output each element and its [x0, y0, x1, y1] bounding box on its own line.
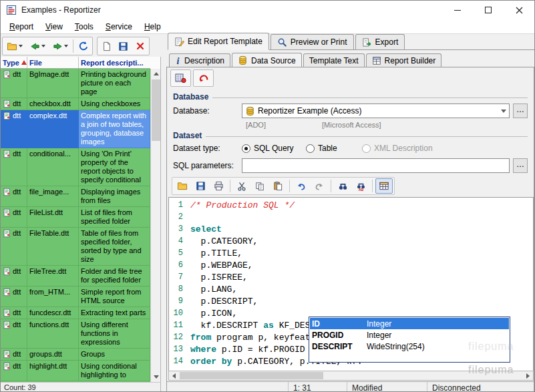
- table-row[interactable]: dttfrom_HTM...Simple report from HTML so…: [1, 286, 151, 307]
- menu-item-service[interactable]: Service: [100, 20, 138, 33]
- completion-item[interactable]: DESCRIPTWideString(254): [310, 341, 509, 352]
- column-header-type[interactable]: Type: [1, 57, 27, 69]
- sub-tab-report-builder[interactable]: Report Builder: [366, 53, 442, 67]
- code-line[interactable]: 4 p.CATEGORY,: [169, 236, 533, 248]
- file-type: dtt: [13, 321, 21, 329]
- save-sql-button[interactable]: [192, 178, 209, 194]
- open-sql-button[interactable]: [174, 178, 191, 194]
- scroll-right-button[interactable]: [523, 371, 533, 380]
- undo-icon: [296, 182, 307, 191]
- scrollbar-thumb[interactable]: [180, 372, 323, 379]
- code-line[interactable]: 9 p.DESCRIPT,: [169, 297, 533, 309]
- find-button[interactable]: [334, 178, 351, 194]
- print-sql-button[interactable]: [210, 178, 227, 194]
- database-browse-button[interactable]: …: [513, 104, 528, 118]
- cell-file: functions.dtt: [27, 319, 79, 349]
- database-label: Database:: [173, 106, 242, 116]
- table-row[interactable]: dttBgImage.dttPrinting background pictur…: [1, 69, 151, 98]
- file-type: dtt: [13, 188, 21, 196]
- undo-button[interactable]: [293, 178, 310, 194]
- file-type: dtt: [13, 100, 21, 108]
- main-tab-export[interactable]: Export: [355, 34, 405, 49]
- line-number: 12: [169, 333, 190, 345]
- completion-item[interactable]: PROGIDInteger: [310, 329, 509, 341]
- file-icon: [3, 188, 11, 196]
- cut-button[interactable]: [233, 178, 250, 194]
- status-panel-empty: [167, 382, 289, 392]
- revert-dataset-button[interactable]: [193, 69, 214, 87]
- line-number: 11: [169, 321, 190, 333]
- scroll-left-button[interactable]: [169, 371, 179, 380]
- save-report-button[interactable]: [115, 38, 132, 54]
- table-row[interactable]: dttcomplex.dttComplex report with a join…: [1, 110, 151, 148]
- delete-report-button[interactable]: [132, 38, 148, 54]
- scrollbar-thumb[interactable]: [152, 79, 160, 141]
- main-tab-preview-or-print[interactable]: Preview or Print: [271, 34, 354, 49]
- open-report-button[interactable]: [3, 38, 26, 54]
- maximize-button[interactable]: [473, 1, 504, 19]
- menu-item-help[interactable]: Help: [138, 20, 167, 33]
- code-line[interactable]: 5 p.TITLE,: [169, 248, 533, 260]
- code-line[interactable]: 7 p.ISFREE,: [169, 272, 533, 284]
- column-header-file[interactable]: File: [27, 57, 79, 69]
- table-row[interactable]: dttFileTree.dttFolder and file tree for …: [1, 266, 151, 286]
- table-vertical-scrollbar[interactable]: [150, 69, 160, 382]
- sub-tab-data-source[interactable]: Data Source: [232, 53, 302, 67]
- menu-item-tools[interactable]: Tools: [69, 20, 100, 33]
- scroll-down-button[interactable]: [151, 372, 161, 382]
- table-row[interactable]: dttFileTable.dttTable of files from spec…: [1, 228, 151, 266]
- open-dataset-icon: [175, 73, 186, 83]
- scroll-up-button[interactable]: [151, 69, 161, 79]
- completion-item[interactable]: IDInteger: [310, 318, 509, 329]
- code-line[interactable]: 2: [169, 212, 533, 224]
- back-button[interactable]: [26, 38, 49, 54]
- table-row[interactable]: dttgroups.dttGroups: [1, 349, 151, 361]
- radio-table[interactable]: Table: [306, 144, 362, 153]
- close-button[interactable]: [504, 1, 534, 19]
- find-field-icon: AB: [356, 182, 366, 191]
- find-field-button[interactable]: AB: [352, 178, 369, 194]
- table-row[interactable]: dtthighlight.dttUsing conditional highli…: [1, 361, 151, 381]
- insert-field-button[interactable]: [375, 178, 393, 194]
- code-line[interactable]: 3select: [169, 224, 533, 236]
- code-line[interactable]: 1/* Production SQL */: [169, 200, 533, 212]
- field-type: WideString(254): [367, 342, 425, 351]
- cell-file: FileTable.dtt: [27, 228, 79, 266]
- redo-button[interactable]: [311, 178, 328, 194]
- menu-item-report[interactable]: Report: [3, 20, 39, 33]
- refresh-button[interactable]: [75, 38, 92, 54]
- radio-sql-query[interactable]: SQL Query: [242, 144, 306, 153]
- table-row[interactable]: dttconditional...Using 'On Print' proper…: [1, 148, 151, 186]
- file-type: dtt: [13, 112, 21, 120]
- table-row[interactable]: dttcheckbox.dttUsing checkboxes: [1, 98, 151, 110]
- new-report-button[interactable]: [98, 38, 115, 54]
- column-header-description[interactable]: Report descripti...: [79, 57, 150, 69]
- back-icon: [30, 41, 40, 51]
- table-row[interactable]: dttfile_image...Displaying images from f…: [1, 186, 151, 207]
- database-combobox[interactable]: Reportizer Example (Access): [242, 104, 510, 118]
- sql-parameters-input[interactable]: [242, 158, 510, 173]
- main-tab-edit-report-template[interactable]: Edit Report Template: [168, 33, 269, 50]
- table-row[interactable]: dttfunctions.dttUsing different function…: [1, 319, 151, 349]
- paste-button[interactable]: [269, 178, 287, 194]
- table-row[interactable]: dttfuncdescr.dttExtracting text parts: [1, 307, 151, 319]
- forward-button[interactable]: [49, 38, 71, 54]
- copy-button[interactable]: [251, 178, 269, 194]
- menu-item-view[interactable]: View: [39, 20, 69, 33]
- sub-tab-description[interactable]: iDescription: [169, 53, 230, 67]
- sql-parameters-browse-button[interactable]: …: [513, 158, 528, 173]
- database-info-row: [ADO] [Microsoft Access]: [167, 121, 534, 130]
- column-label: File: [29, 59, 42, 67]
- scroll-right-icon: [526, 373, 530, 379]
- editor-horizontal-scrollbar[interactable]: [168, 371, 534, 381]
- code-line[interactable]: 6 p.WEBPAGE,: [169, 260, 533, 272]
- code-line[interactable]: 8 p.LANG,: [169, 284, 533, 297]
- minimize-button[interactable]: [442, 1, 473, 19]
- table-row[interactable]: dttFileList.dttList of files from specif…: [1, 207, 151, 228]
- sub-tab-template-text[interactable]: Template Text: [303, 53, 365, 67]
- menu-bar: ReportViewToolsServiceHelp: [1, 19, 534, 34]
- open-dataset-button[interactable]: [170, 69, 191, 87]
- combo-dropdown-button[interactable]: [498, 104, 509, 118]
- line-number: 3: [169, 224, 190, 236]
- file-icon: [3, 267, 11, 276]
